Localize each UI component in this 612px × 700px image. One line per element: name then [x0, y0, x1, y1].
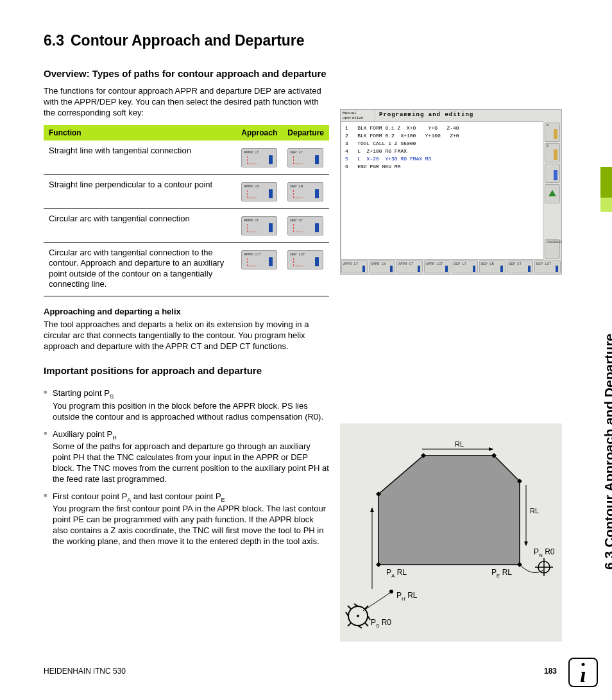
th-departure: Departure — [282, 125, 329, 141]
positions-list: Starting point PS You program this posit… — [44, 388, 329, 547]
info-icon: ı — [568, 658, 598, 687]
svg-line-14 — [363, 593, 390, 611]
cnc-side-button[interactable] — [545, 164, 560, 183]
svg-point-12 — [357, 615, 359, 617]
softkey-appr-ct[interactable]: APPR CT — [241, 216, 277, 235]
svg-text:PN R0: PN R0 — [534, 547, 555, 558]
cnc-softkey[interactable]: APPR LT — [341, 260, 368, 273]
cnc-softkey[interactable]: APPR CT — [396, 260, 423, 273]
svg-line-5 — [348, 606, 351, 609]
func-cell: Straight line perpendicular to a contour… — [44, 175, 236, 209]
page-footer: HEIDENHAIN iTNC 530 183 — [44, 667, 557, 676]
side-tab-text: 6.3 Contour Approach and Departure — [602, 334, 612, 570]
helix-paragraph: The tool approaches and departs a helix … — [44, 320, 329, 352]
svg-text:PE RL: PE RL — [491, 568, 512, 579]
list-item: Auxiliary point PH Some of the paths for… — [44, 429, 329, 485]
cnc-side-button[interactable]: S — [545, 143, 560, 162]
cnc-softkey[interactable]: APPR LN — [369, 260, 395, 273]
list-item: First contour point PA and last contour … — [44, 491, 329, 547]
side-tab: 6.3 Contour Approach and Departure — [586, 19, 612, 327]
svg-line-11 — [348, 623, 351, 626]
cnc-softkey[interactable]: DEP LT — [452, 260, 478, 273]
func-cell: Circular arc with tangential connection — [44, 209, 236, 243]
th-function: Function — [44, 125, 236, 141]
softkey-dep-ct[interactable]: DEP CT — [287, 216, 323, 235]
func-cell: Straight line with tangential connection — [44, 141, 236, 175]
svg-text:PS R0: PS R0 — [371, 618, 391, 629]
cnc-softkey[interactable]: APPR LCT — [424, 260, 450, 273]
cnc-softkey[interactable]: DEP LN — [479, 260, 506, 273]
softkey-appr-ln[interactable]: APPR LN — [241, 182, 277, 201]
cnc-screenshot: Manual operation Programming and editing… — [340, 109, 562, 275]
svg-text:PA RL: PA RL — [386, 568, 407, 579]
cnc-code-area: 1 BLK FORM 0.1 Z X+0 Y+0 Z-402 BLK FORM … — [341, 121, 543, 260]
cnc-side-button[interactable]: M — [545, 123, 560, 142]
cnc-side-button[interactable] — [545, 184, 560, 203]
cnc-title: Programming and editing — [375, 110, 561, 121]
list-item: Starting point PS You program this posit… — [44, 388, 329, 422]
func-cell: Circular arc with tangential connection … — [44, 243, 236, 296]
footer-left: HEIDENHAIN iTNC 530 — [44, 667, 126, 676]
overview-heading: Overview: Types of paths for contour app… — [44, 68, 329, 80]
section-title: 6.3Contour Approach and Departure — [44, 32, 329, 50]
cnc-diagnosis-button[interactable]: DIAGNOSIS — [545, 239, 560, 259]
section-title-text: Contour Approach and Departure — [71, 32, 305, 49]
positions-heading: Important positions for approach and dep… — [44, 365, 329, 377]
approach-diagram: RL RL PA RL PE RL — [340, 423, 562, 642]
table-row: Straight line with tangential connection… — [44, 141, 329, 175]
cnc-softkey[interactable]: DEP CT — [507, 260, 533, 273]
table-row: Circular arc with tangential connection … — [44, 243, 329, 296]
page-number: 183 — [544, 667, 557, 676]
table-row: Circular arc with tangential connection … — [44, 209, 329, 243]
softkey-dep-lt[interactable]: DEP LT — [287, 148, 323, 167]
svg-line-9 — [365, 623, 368, 626]
overview-paragraph: The functions for contour approach APPR … — [44, 86, 329, 119]
softkey-dep-ln[interactable]: DEP LN — [287, 182, 323, 201]
svg-text:RL: RL — [455, 440, 464, 448]
helix-heading: Approaching and departing a helix — [44, 307, 329, 316]
cnc-mode-label: Manual operation — [341, 110, 375, 121]
cnc-sidebar: M S DIAGNOSIS — [543, 121, 561, 260]
function-table: Function Approach Departure Straight lin… — [44, 125, 329, 296]
cnc-softkey[interactable]: DEP LCT — [534, 260, 561, 273]
svg-text:PH RL: PH RL — [396, 591, 418, 602]
svg-text:RL: RL — [530, 507, 539, 515]
section-number: 6.3 — [44, 32, 71, 50]
cnc-softkey-row: APPR LT APPR LN APPR CT APPR LCT DEP LT … — [341, 260, 561, 274]
softkey-appr-lt[interactable]: APPR LT — [241, 148, 277, 167]
softkey-appr-lct[interactable]: APPR LCT — [241, 250, 277, 269]
th-approach: Approach — [236, 125, 282, 141]
softkey-dep-lct[interactable]: DEP LCT — [287, 250, 323, 269]
table-row: Straight line perpendicular to a contour… — [44, 175, 329, 209]
